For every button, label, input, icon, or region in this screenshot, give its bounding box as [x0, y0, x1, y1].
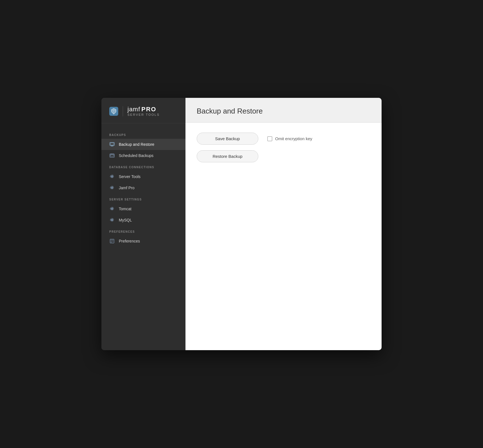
svg-rect-11	[111, 240, 113, 240]
svg-rect-13	[111, 242, 112, 243]
sidebar-item-label-tomcat: Tomcat	[119, 207, 131, 211]
save-backup-row: Save Backup Omit encryption key	[197, 133, 370, 145]
backup-icon	[109, 142, 115, 147]
section-label-db-connections: DATABASE CONNECTIONS	[101, 161, 185, 171]
sidebar-item-tomcat[interactable]: Tomcat	[101, 203, 185, 214]
omit-encryption-checkbox[interactable]	[267, 136, 272, 141]
sidebar-item-label-server-tools: Server Tools	[119, 174, 141, 179]
sidebar-item-label-mysql: MySQL	[119, 218, 132, 222]
main-content: Backup and Restore Save Backup Omit encr…	[185, 98, 382, 350]
svg-rect-12	[111, 241, 113, 241]
app-window: jamf PRO SERVER TOOLS BACKUPS Backup and…	[101, 98, 382, 350]
restore-backup-button[interactable]: Restore Backup	[197, 150, 258, 162]
mysql-gear-icon	[109, 217, 115, 223]
app-title-text: jamf PRO SERVER TOOLS	[127, 106, 160, 116]
content-body: Save Backup Omit encryption key Restore …	[185, 123, 382, 350]
server-tools-label: SERVER TOOLS	[127, 113, 160, 116]
sidebar: jamf PRO SERVER TOOLS BACKUPS Backup and…	[101, 98, 185, 350]
jamf-logo	[109, 107, 118, 116]
jamf-pro-gear-icon	[109, 185, 115, 191]
pro-word: PRO	[141, 106, 157, 112]
restore-backup-row: Restore Backup	[197, 150, 370, 162]
page-title: Backup and Restore	[197, 107, 370, 116]
schedule-icon	[109, 153, 115, 158]
tomcat-gear-icon	[109, 206, 115, 212]
sidebar-nav: BACKUPS Backup and Restore	[101, 123, 185, 350]
svg-rect-8	[111, 153, 112, 154]
jamf-word: jamf	[127, 106, 140, 112]
sidebar-item-label-backup-restore: Backup and Restore	[119, 142, 154, 147]
sidebar-item-backup-restore[interactable]: Backup and Restore	[101, 139, 185, 150]
preferences-icon	[109, 238, 115, 244]
omit-encryption-label: Omit encryption key	[275, 136, 312, 141]
section-label-preferences: PREFERENCES	[101, 226, 185, 235]
svg-rect-2	[110, 143, 114, 145]
server-tools-gear-icon	[109, 174, 115, 179]
sidebar-header: jamf PRO SERVER TOOLS	[101, 98, 185, 123]
svg-rect-6	[110, 154, 114, 156]
sidebar-item-preferences[interactable]: Preferences	[101, 235, 185, 247]
content-header: Backup and Restore	[185, 98, 382, 123]
sidebar-item-scheduled-backups[interactable]: Scheduled Backups	[101, 150, 185, 161]
sidebar-item-mysql[interactable]: MySQL	[101, 214, 185, 226]
sidebar-item-label-preferences: Preferences	[119, 239, 140, 243]
svg-rect-9	[113, 153, 113, 154]
section-label-server-settings: SERVER SETTINGS	[101, 193, 185, 203]
sidebar-item-label-scheduled-backups: Scheduled Backups	[119, 153, 154, 158]
logo-divider	[123, 106, 123, 116]
omit-encryption-row: Omit encryption key	[267, 136, 312, 141]
section-label-backups: BACKUPS	[101, 129, 185, 139]
jamf-logo-icon	[109, 107, 118, 116]
sidebar-item-server-tools[interactable]: Server Tools	[101, 171, 185, 182]
save-backup-button[interactable]: Save Backup	[197, 133, 258, 145]
sidebar-item-label-jamf-pro: Jamf Pro	[119, 186, 134, 190]
sidebar-item-jamf-pro[interactable]: Jamf Pro	[101, 182, 185, 193]
